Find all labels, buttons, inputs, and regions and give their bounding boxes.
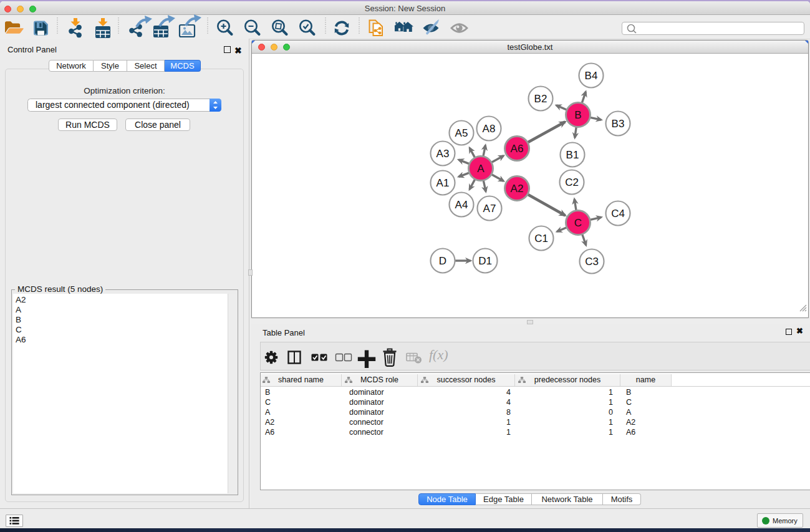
svg-text:C2: C2 (565, 177, 579, 188)
svg-text:B3: B3 (612, 118, 625, 130)
svg-text:C1: C1 (534, 233, 548, 244)
svg-text:A6: A6 (511, 143, 524, 155)
svg-text:A: A (477, 163, 485, 175)
svg-text:A7: A7 (483, 203, 496, 215)
svg-text:C3: C3 (585, 256, 599, 268)
svg-text:D: D (439, 255, 446, 267)
svg-text:A8: A8 (483, 123, 496, 135)
svg-text:C4: C4 (611, 208, 625, 220)
svg-text:C: C (574, 217, 582, 229)
svg-text:B2: B2 (534, 93, 547, 105)
svg-text:A5: A5 (455, 127, 468, 139)
svg-text:A3: A3 (436, 148, 450, 160)
svg-text:A2: A2 (511, 183, 524, 195)
svg-text:A1: A1 (436, 177, 450, 189)
svg-text:B1: B1 (566, 149, 579, 161)
svg-text:A4: A4 (455, 199, 468, 211)
svg-text:B: B (574, 109, 581, 121)
svg-text:B4: B4 (585, 70, 598, 82)
svg-text:D1: D1 (478, 255, 492, 267)
